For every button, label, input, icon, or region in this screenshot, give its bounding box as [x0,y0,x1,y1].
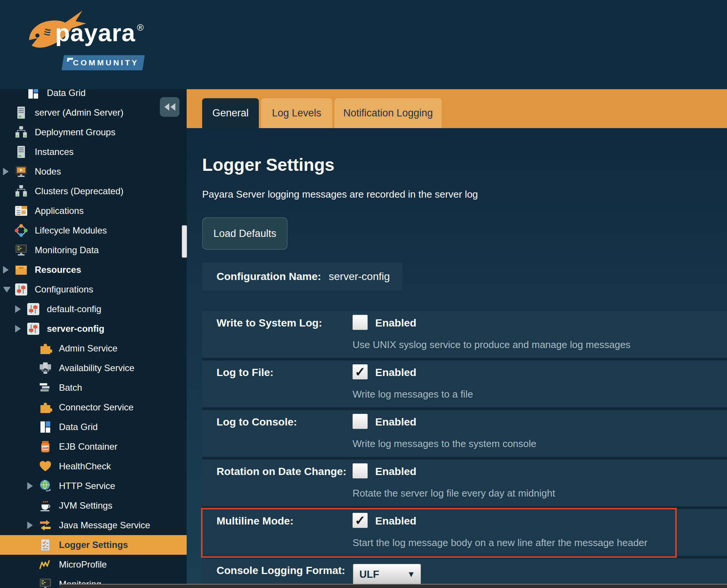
sidebar-item-data-grid[interactable]: Data Grid [0,417,187,437]
sidebar-item-microprofile[interactable]: MicroProfile [0,555,187,574]
brand-wordmark: payara® [55,19,144,47]
tree-toggle-cell [15,305,26,313]
configuration-name-label: Configuration Name: [217,271,321,283]
tab-log-levels[interactable]: Log Levels [261,98,332,128]
tree-collapsed-icon[interactable] [27,521,33,529]
field-help-text: Rotate the server log file every day at … [353,487,555,499]
sidebar-item-label: HealthCheck [59,461,111,472]
sidebar-item-label: Availability Service [59,363,135,373]
enabled-checkbox[interactable] [353,414,368,429]
sidebar-item-label: MicroProfile [59,559,107,570]
sidebar-item-java-message-service[interactable]: Java Message Service [0,515,187,535]
tree-collapsed-icon[interactable] [15,325,21,333]
sidebar-item-label: Lifecycle Modules [35,225,107,236]
sidebar-item-label: server (Admin Server) [35,107,124,118]
sidebar-item-default-config[interactable]: default-config [0,299,187,319]
sidebar-item-label: Batch [59,382,82,393]
community-ribbon: COMMUNITY [62,55,145,70]
sidebar-item-ejb-container[interactable]: JAREJB Container [0,437,187,456]
sidebar-item-nodes[interactable]: Nodes [0,162,187,181]
sidebar-item-label: Logger Settings [59,540,128,550]
field-label: Write to System Log: [217,317,322,329]
jar-icon: JAR [39,440,52,453]
coffee-icon [39,499,52,512]
sidebar-item-data-grid[interactable]: Data Grid [0,89,187,103]
checkbox-label: Enabled [375,317,416,329]
config-sliders-icon [26,302,40,316]
enabled-checkbox[interactable]: ✓ [353,513,368,528]
form-row-rotation-on-date-change: Rotation on Date Change:EnabledRotate th… [202,460,727,509]
tab-notification-logging[interactable]: Notification Logging [334,98,442,128]
sidebar-collapse-button[interactable] [160,97,179,117]
applications-icon [14,204,28,218]
sidebar-item-jvm-settings[interactable]: JVM Settings [0,496,187,515]
enabled-checkbox[interactable]: ✓ [353,364,368,379]
collapse-left-icon [164,103,169,111]
heart-icon [39,460,52,473]
field-label: Multiline Mode: [217,515,294,527]
sidebar-item-label: HTTP Service [59,481,115,491]
page-title: Logger Settings [202,155,334,175]
field-label: Log to Console: [217,416,297,428]
checkbox-label: Enabled [375,515,416,527]
tree-toggle-cell [3,266,14,274]
sidebar-item-healthcheck[interactable]: HealthCheck [0,456,187,476]
deployment-tree-icon [14,125,28,139]
sidebar-item-server-config[interactable]: server-config [0,319,187,339]
sidebar-item-deployment-groups[interactable]: Deployment Groups [0,122,187,142]
tree-collapsed-icon[interactable] [3,266,9,274]
field-label: Console Logging Format: [217,565,345,577]
console-logging-format-select[interactable]: ULF▼ [353,564,421,585]
sidebar-item-lifecycle-modules[interactable]: Lifecycle Modules [0,221,187,240]
sidebar-item-availability-service[interactable]: Availability Service [0,358,187,378]
tree-toggle-cell [27,521,39,529]
checkbox-label: Enabled [375,416,416,428]
tree-toggle-cell [3,287,14,292]
enabled-checkbox[interactable] [353,463,368,478]
sidebar-item-label: Applications [35,206,84,216]
sidebar-item-logger-settings[interactable]: Logger Settings [0,535,187,555]
horizontal-scrollbar[interactable] [59,584,727,588]
sidebar-item-connector-service[interactable]: Connector Service [0,398,187,417]
sidebar-item-configurations[interactable]: Configurations [0,280,187,299]
configuration-name-value: server-config [329,271,390,283]
jms-arrows-icon [39,518,52,532]
tree-collapsed-icon[interactable] [15,305,21,313]
sidebar-item-label: default-config [47,304,101,314]
sidebar-item-monitoring-data[interactable]: Monitoring Data [0,240,187,260]
tree-toggle-cell [27,482,39,490]
sidebar-item-server-admin-server[interactable]: server (Admin Server) [0,103,187,122]
server-icon [14,145,28,159]
tab-general[interactable]: General [202,98,259,128]
sidebar-item-label: Java Message Service [59,520,150,531]
globe-icon [39,479,52,493]
field-help-text: Use UNIX syslog service to produce and m… [353,339,631,351]
app-header: payara® COMMUNITY [0,0,727,89]
field-label: Rotation on Date Change: [217,466,346,478]
tree-expanded-icon[interactable] [3,287,11,292]
sidebar-item-label: Data Grid [47,89,86,98]
deployment-tree-icon [14,184,28,198]
sidebar-item-clusters-deprecated[interactable]: Clusters (Deprecated) [0,181,187,201]
sidebar-item-batch[interactable]: Batch [0,378,187,398]
navigation-tree: Data Gridserver (Admin Server)Deployment… [0,89,187,588]
monitor-data-icon [39,577,52,588]
sidebar-item-http-service[interactable]: HTTP Service [0,476,187,496]
load-defaults-button[interactable]: Load Defaults [202,217,288,250]
puzzle-icon [39,342,52,355]
tree-collapsed-icon[interactable] [27,482,33,490]
tab-bar: GeneralLog LevelsNotification Logging [187,89,727,128]
collapse-left-icon [170,103,175,111]
sidebar-item-resources[interactable]: Resources [0,260,187,280]
sidebar-item-admin-service[interactable]: Admin Service [0,339,187,358]
checkmark-icon: ✓ [355,514,366,527]
sidebar-item-label: Data Grid [59,422,98,432]
enabled-checkbox[interactable] [353,315,368,330]
tree-toggle-cell [15,325,26,333]
sidebar-item-instances[interactable]: Instances [0,142,187,162]
tree-collapsed-icon[interactable] [3,168,9,175]
sidebar-item-applications[interactable]: Applications [0,201,187,221]
select-value: ULF [359,569,379,580]
sidebar-scrollbar-thumb[interactable] [182,225,187,258]
form-row-log-to-file: Log to File:✓EnabledWrite log messages t… [202,361,727,410]
